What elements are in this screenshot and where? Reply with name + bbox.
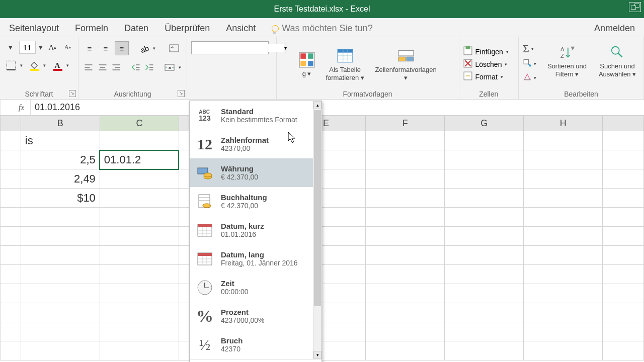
group-label-font: Schriftart xyxy=(0,90,78,98)
alignment-group-launcher[interactable]: ↘ xyxy=(178,90,185,97)
border-button[interactable] xyxy=(4,58,18,72)
autosum-icon[interactable]: Σ xyxy=(523,42,529,55)
number-format-item-datum-lang[interactable]: Datum, langFreitag, 01. Jänner 2016 xyxy=(190,244,313,273)
shrink-font-icon[interactable]: A▾ xyxy=(61,40,74,54)
tab-uberprufen[interactable]: Überprüfen xyxy=(163,20,212,37)
align-center-icon[interactable] xyxy=(97,60,109,74)
cell[interactable]: 2,5 xyxy=(21,150,100,169)
sort-filter-button[interactable]: AZ Sortieren und Filtern ▾ xyxy=(544,42,590,79)
fill-color-dd[interactable]: ▾ xyxy=(43,63,48,68)
cell[interactable]: is xyxy=(21,131,100,150)
cell[interactable]: $10 xyxy=(21,189,100,208)
format-icon: 12 xyxy=(195,134,215,154)
border-dd[interactable]: ▾ xyxy=(20,63,25,68)
number-format-item-datum-kurz[interactable]: Datum, kurz01.01.2016 xyxy=(190,216,313,244)
decrease-indent-icon[interactable] xyxy=(130,60,142,74)
cell[interactable]: 2,49 xyxy=(21,169,100,189)
font-color-dd[interactable]: ▾ xyxy=(66,63,71,68)
lightbulb-icon xyxy=(272,25,279,32)
ribbon-tabs: Seitenlayout Formeln Daten Überprüfen An… xyxy=(0,18,644,37)
worksheet[interactable]: B C E F G H is 2,501.01.2 2,49 $10 xyxy=(0,116,644,362)
format-cells-button[interactable]: Format xyxy=(475,73,498,81)
svg-text:ab: ab xyxy=(139,44,149,53)
align-left-icon[interactable] xyxy=(83,60,95,74)
insert-cells-button[interactable]: Einfügen xyxy=(475,48,503,56)
svg-line-48 xyxy=(618,53,622,57)
svg-rect-29 xyxy=(338,49,353,52)
col-header-c[interactable]: C xyxy=(100,116,179,131)
font-dropdown-arrow[interactable]: ▾ xyxy=(4,40,17,54)
wrap-text-icon[interactable]: abc xyxy=(166,40,182,56)
align-middle-icon[interactable]: ≡ xyxy=(99,41,113,55)
restore-icon[interactable] xyxy=(629,2,641,12)
svg-text:a: a xyxy=(169,65,171,70)
title-bar: Erste Testdatei.xlsx - Excel xyxy=(0,0,644,18)
svg-rect-34 xyxy=(398,50,414,56)
scroll-up-arrow[interactable]: ▴ xyxy=(313,101,321,109)
formula-bar: fx 01.01.2016 xyxy=(0,100,644,116)
format-as-table-button[interactable]: Als Tabelle formatieren ▾ xyxy=(324,46,367,82)
increase-indent-icon[interactable] xyxy=(143,60,155,74)
format-icon xyxy=(195,278,215,298)
scroll-thumb[interactable] xyxy=(314,110,321,306)
sign-in-link[interactable]: Anmelden xyxy=(592,20,637,37)
number-format-item-bruch[interactable]: ½Bruch42370 xyxy=(190,330,313,359)
number-format-item-w-hrung[interactable]: Währung€ 42.370,00 xyxy=(190,158,313,187)
col-header-b[interactable]: B xyxy=(21,116,100,131)
merge-center-icon[interactable]: a xyxy=(163,59,177,75)
grow-font-icon[interactable]: A▴ xyxy=(46,40,59,54)
number-format-dropdown[interactable]: ▾ xyxy=(191,41,269,54)
align-right-icon[interactable] xyxy=(110,60,122,74)
svg-rect-26 xyxy=(300,61,306,66)
font-group-launcher[interactable]: ↘ xyxy=(69,90,76,97)
align-top-icon[interactable]: ≡ xyxy=(83,41,97,55)
col-header-h[interactable]: H xyxy=(524,116,603,131)
align-bottom-icon[interactable]: ≡ xyxy=(115,41,129,55)
conditional-formatting-button[interactable]: g ▾ xyxy=(294,50,319,79)
number-format-item-zahlenformat[interactable]: 12Zahlenformat42370,00 xyxy=(190,130,313,158)
tab-formeln[interactable]: Formeln xyxy=(73,20,110,37)
format-icon: % xyxy=(195,306,215,326)
scroll-down-arrow[interactable]: ▾ xyxy=(313,351,321,359)
insert-cells-icon xyxy=(463,46,472,57)
delete-cells-button[interactable]: Löschen xyxy=(475,60,502,68)
tab-daten[interactable]: Daten xyxy=(122,20,150,37)
fill-color-button[interactable] xyxy=(27,58,41,72)
selected-cell[interactable]: 01.01.2 xyxy=(100,150,179,169)
scrollbar[interactable]: ▴ ▾ xyxy=(313,101,321,359)
number-format-item-buchhaltung[interactable]: Buchhaltung€ 42.370,00 xyxy=(190,187,313,216)
group-label-cells: Zellen xyxy=(459,90,519,98)
formula-input[interactable]: 01.01.2016 xyxy=(31,102,644,113)
number-format-item-standard[interactable]: ABC123StandardKein bestimmtes Format xyxy=(190,101,313,130)
col-header-f[interactable]: F xyxy=(366,116,445,131)
number-format-item-prozent[interactable]: %Prozent4237000,00% xyxy=(190,302,313,330)
col-header-g[interactable]: G xyxy=(445,116,524,131)
svg-rect-25 xyxy=(308,53,313,59)
find-select-button[interactable]: Suchen und Auswählen ▾ xyxy=(595,42,639,79)
tab-seitenlayout[interactable]: Seitenlayout xyxy=(7,20,61,37)
cell-styles-button[interactable]: Zellenformatvorlagen ▾ xyxy=(371,46,441,82)
svg-text:c: c xyxy=(171,49,172,52)
svg-rect-38 xyxy=(465,46,470,49)
font-size-dd[interactable]: ▾ xyxy=(38,40,44,54)
format-icon xyxy=(195,192,215,212)
orientation-icon[interactable]: ab xyxy=(137,41,151,55)
svg-point-47 xyxy=(612,47,619,54)
tab-ansicht[interactable]: Ansicht xyxy=(224,20,258,37)
font-color-button[interactable]: A xyxy=(50,58,64,72)
number-format-input[interactable] xyxy=(192,44,284,52)
number-format-more[interactable]: Mehr... xyxy=(190,359,321,362)
font-size-input[interactable]: 11 xyxy=(19,41,36,54)
format-icon xyxy=(195,163,215,183)
fill-icon[interactable] xyxy=(523,58,532,69)
number-format-item-zeit[interactable]: Zeit00:00:00 xyxy=(190,273,313,302)
clear-icon[interactable] xyxy=(523,72,532,83)
svg-text:A: A xyxy=(560,46,565,52)
format-icon xyxy=(195,220,215,240)
format-cells-icon xyxy=(463,71,472,82)
svg-rect-36 xyxy=(407,57,414,61)
ribbon: ▾ 11 ▾ A▴ A▾ ▾ ▾ A ▾ Schriftart ↘ ≡ ≡ ≡ xyxy=(0,37,644,100)
tell-me-box[interactable]: Was möchten Sie tun? xyxy=(270,20,374,37)
group-label-styles: Formatvorlagen xyxy=(277,90,459,98)
fx-icon[interactable]: fx xyxy=(13,100,31,115)
